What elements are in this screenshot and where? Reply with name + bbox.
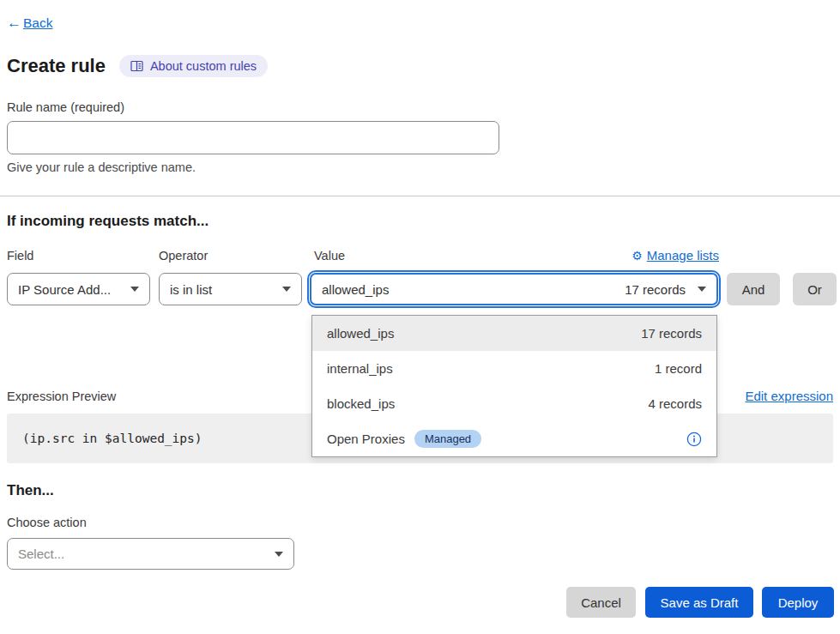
chevron-down-icon bbox=[275, 552, 283, 557]
choose-action-label: Choose action bbox=[7, 516, 87, 529]
rule-name-input[interactable] bbox=[7, 121, 499, 154]
list-item-name: internal_ips bbox=[327, 361, 393, 376]
or-button[interactable]: Or bbox=[793, 273, 837, 305]
expression-code: (ip.src in $allowed_ips) bbox=[22, 432, 202, 445]
cancel-button[interactable]: Cancel bbox=[566, 587, 636, 618]
back-arrow-icon: ← bbox=[7, 15, 21, 32]
back-link[interactable]: ←Back bbox=[7, 15, 52, 32]
manage-lists-label: Manage lists bbox=[647, 248, 719, 263]
create-rule-page: ←Back Create rule About custom rules Rul… bbox=[0, 0, 840, 634]
value-select[interactable]: allowed_ips 17 records bbox=[310, 273, 718, 305]
list-item-blocked-ips[interactable]: blocked_ips 4 records bbox=[312, 386, 716, 421]
list-item-open-proxies[interactable]: Open Proxies Managed bbox=[312, 421, 716, 456]
chevron-down-icon bbox=[282, 287, 291, 292]
list-item-name: blocked_ips bbox=[327, 396, 395, 411]
value-label: Value bbox=[314, 249, 345, 263]
title-row: Create rule About custom rules bbox=[7, 55, 268, 77]
value-dropdown-list: allowed_ips 17 records internal_ips 1 re… bbox=[311, 315, 717, 457]
field-select-value: IP Source Add... bbox=[18, 282, 111, 297]
field-label: Field bbox=[7, 249, 33, 263]
list-item-name: Open Proxies bbox=[327, 432, 405, 446]
chevron-down-icon bbox=[130, 287, 139, 292]
list-item-count: 1 record bbox=[655, 361, 702, 376]
rule-name-label: Rule name (required) bbox=[7, 100, 124, 114]
page-title: Create rule bbox=[7, 55, 106, 77]
manage-lists-link[interactable]: ⚙ Manage lists bbox=[632, 248, 719, 263]
managed-badge: Managed bbox=[414, 430, 481, 448]
then-section-heading: Then... bbox=[7, 482, 54, 499]
back-label: Back bbox=[23, 15, 52, 31]
list-item-count: 17 records bbox=[641, 326, 702, 341]
save-as-draft-button[interactable]: Save as Draft bbox=[645, 587, 753, 618]
list-item-internal-ips[interactable]: internal_ips 1 record bbox=[312, 351, 716, 386]
about-custom-rules-link[interactable]: About custom rules bbox=[119, 55, 268, 77]
book-icon bbox=[130, 60, 143, 72]
chevron-down-icon bbox=[698, 287, 706, 292]
action-select-placeholder: Select... bbox=[18, 546, 64, 561]
gear-icon: ⚙ bbox=[632, 249, 643, 263]
info-icon[interactable] bbox=[686, 432, 702, 447]
edit-expression-link[interactable]: Edit expression bbox=[745, 389, 833, 403]
value-select-value: allowed_ips bbox=[322, 282, 389, 297]
value-select-record-count: 17 records bbox=[625, 282, 686, 297]
rule-name-helper-text: Give your rule a descriptive name. bbox=[7, 160, 196, 174]
operator-select-value: is in list bbox=[170, 282, 212, 297]
operator-label: Operator bbox=[159, 249, 208, 263]
match-section-heading: If incoming requests match... bbox=[7, 213, 208, 230]
list-item-count: 4 records bbox=[648, 396, 702, 411]
operator-select[interactable]: is in list bbox=[159, 273, 302, 305]
deploy-button[interactable]: Deploy bbox=[762, 587, 834, 618]
and-button[interactable]: And bbox=[727, 273, 780, 305]
action-select[interactable]: Select... bbox=[7, 538, 294, 570]
list-item-allowed-ips[interactable]: allowed_ips 17 records bbox=[312, 316, 716, 351]
expression-preview-label: Expression Preview bbox=[7, 389, 116, 403]
section-divider bbox=[0, 196, 840, 196]
field-select[interactable]: IP Source Add... bbox=[7, 273, 150, 305]
about-label: About custom rules bbox=[150, 59, 257, 73]
list-item-name: allowed_ips bbox=[327, 326, 394, 341]
